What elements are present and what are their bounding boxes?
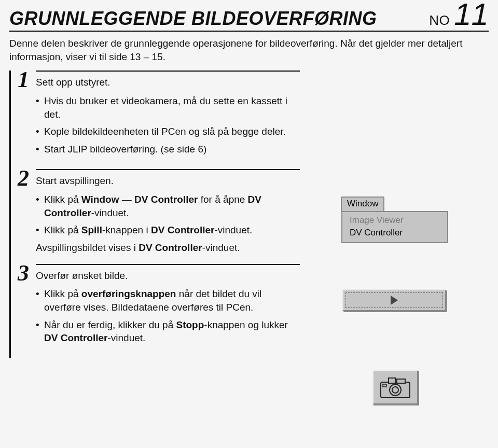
page-header: GRUNNLEGGENDE BILDEOVERFØRING NO 11 bbox=[9, 0, 489, 32]
list-item: •Klikk på Spill-knappen i DV Controller-… bbox=[36, 223, 295, 237]
svg-point-4 bbox=[392, 387, 398, 393]
menu-item-dv-controller[interactable]: DV Controller bbox=[342, 227, 447, 239]
list-item: •Klikk på overføringsknappen når det bil… bbox=[36, 287, 295, 314]
camera-icon bbox=[379, 376, 411, 399]
step-number: 2 bbox=[11, 168, 36, 189]
page-number: 11 bbox=[454, 2, 489, 27]
menu-title[interactable]: Window bbox=[341, 197, 384, 211]
svg-rect-2 bbox=[397, 379, 405, 383]
transfer-button[interactable] bbox=[372, 370, 418, 404]
play-icon bbox=[391, 296, 398, 305]
screenshots-column: Window Image Viewer DV Controller bbox=[300, 71, 489, 358]
language-code: NO bbox=[429, 12, 450, 29]
window-menu: Window Image Viewer DV Controller bbox=[341, 197, 448, 243]
step-3: 3 Overfør ønsket bilde. •Klikk på overfø… bbox=[11, 264, 300, 358]
step-lead: Start avspillingen. bbox=[36, 174, 295, 188]
list-item: •Hvis du bruker et videokamera, må du se… bbox=[36, 94, 295, 121]
list-item: •Kople bildekildeenheten til PCen og slå… bbox=[36, 125, 295, 138]
play-button[interactable] bbox=[342, 289, 446, 311]
svg-rect-1 bbox=[389, 378, 395, 383]
page-title: GRUNNLEGGENDE BILDEOVERFØRING bbox=[9, 8, 429, 30]
list-item: •Når du er ferdig, klikker du på Stopp-k… bbox=[36, 318, 295, 345]
list-item: •Start JLIP bildeoverføring. (se side 6) bbox=[36, 143, 295, 156]
step-lead: Overfør ønsket bilde. bbox=[36, 269, 295, 283]
intro-paragraph: Denne delen beskriver de grunnleggende o… bbox=[9, 37, 489, 63]
step-number: 1 bbox=[11, 69, 36, 90]
menu-item-image-viewer[interactable]: Image Viewer bbox=[342, 214, 447, 227]
step-2: 2 Start avspillingen. •Klikk på Window —… bbox=[11, 169, 300, 263]
step-trailer: Avspillingsbildet vises i DV Controller-… bbox=[36, 241, 295, 255]
step-number: 3 bbox=[11, 263, 36, 284]
step-1: 1 Sett opp utstyret. •Hvis du bruker et … bbox=[11, 71, 300, 169]
steps-column: 1 Sett opp utstyret. •Hvis du bruker et … bbox=[9, 71, 300, 358]
step-lead: Sett opp utstyret. bbox=[36, 76, 295, 89]
list-item: •Klikk på Window — DV Controller for å å… bbox=[36, 193, 295, 219]
svg-rect-5 bbox=[383, 384, 386, 387]
